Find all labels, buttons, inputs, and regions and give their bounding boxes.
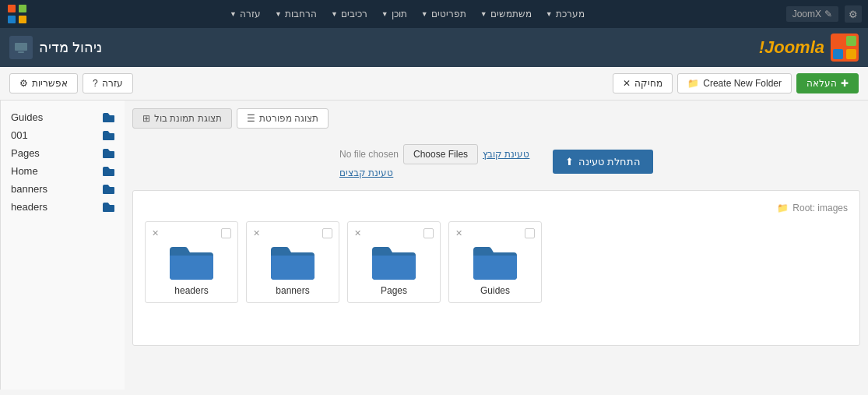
file-choose-area: טעינת קובץ Choose Files No file chosen (339, 144, 529, 164)
folder-controls: ✕ (253, 228, 332, 238)
page-title: ניהול מדיה (39, 39, 102, 56)
folder-checkbox[interactable] (525, 228, 535, 238)
folders-grid: ✕ headers ✕ (145, 221, 848, 303)
top-nav-menu: מערכת ▼ משתמשים ▼ תפריטים ▼ תוכן ▼ רכיבי… (223, 5, 590, 23)
joomla-x-logo (6, 3, 28, 25)
list-icon: ☰ (247, 113, 255, 124)
gear-icon: ⚙ (19, 78, 28, 89)
folder-name: Guides (480, 285, 510, 296)
choose-files-button[interactable]: Choose Files (403, 144, 478, 164)
upload-left: התחלת טעינה ⬆ (553, 150, 653, 174)
svg-rect-2 (8, 16, 16, 23)
no-file-text: No file chosen (339, 149, 399, 160)
tree-folder-icon (102, 112, 114, 122)
tree-item-001-left: 001 (11, 129, 28, 141)
folder-checkbox[interactable] (221, 228, 231, 238)
thumbnail-view-label: תצוגת תמונת בול (154, 113, 222, 124)
joomla-logo-icon (831, 34, 859, 62)
folder-checkbox[interactable] (322, 228, 332, 238)
nav-item-content-label: תוכן (392, 9, 407, 19)
svg-rect-10 (18, 51, 24, 53)
tree-item-001[interactable]: 001 (5, 126, 121, 144)
tree-folder-icon (102, 184, 114, 194)
tree-item-banners-left: banners (11, 183, 47, 195)
joomla-logo-text: Joomla! (759, 37, 824, 58)
main-content: תצוגה מפורטת ☰ תצוגת תמונת בול ⊞ התחלת ט… (0, 101, 868, 390)
tree-item-pages[interactable]: Pages (5, 144, 121, 162)
folder-checkbox[interactable] (423, 228, 434, 238)
tree-item-pages-left: Pages (11, 147, 40, 159)
folder-name: headers (174, 285, 208, 296)
nav-item-users-arrow: ▼ (480, 10, 487, 18)
options-button[interactable]: אפשריות ⚙ (9, 73, 78, 93)
folder-icon (269, 242, 316, 281)
folder-icon (472, 242, 518, 281)
nav-item-maarechet[interactable]: מערכת ▼ (539, 5, 591, 23)
upload-button[interactable]: ✚ העלאה (796, 73, 859, 93)
folder-item[interactable]: ✕ Guides (448, 221, 542, 303)
tree-folder-icon (102, 202, 114, 212)
page-title-bar: ניהול מדיה (9, 36, 102, 59)
tree-item-headers[interactable]: headers (5, 198, 121, 216)
folder-close-icon[interactable]: ✕ (152, 228, 159, 238)
start-upload-button[interactable]: התחלת טעינה ⬆ (553, 150, 653, 174)
help-button[interactable]: עזרה ? (83, 73, 133, 93)
tree-item-headers-left: headers (11, 201, 47, 213)
thumbnail-view-button[interactable]: תצוגת תמונת בול ⊞ (132, 108, 232, 129)
tree-item-home[interactable]: Home (5, 162, 121, 180)
tree-banners-label: banners (11, 183, 47, 195)
clear-label: מחיקה (634, 78, 662, 89)
tree-home-label: Home (11, 165, 38, 177)
folder-close-icon[interactable]: ✕ (253, 228, 260, 238)
folder-item[interactable]: ✕ headers (145, 221, 238, 303)
folder-item[interactable]: ✕ banners (246, 221, 339, 303)
nav-item-components[interactable]: רכיבים ▼ (325, 5, 374, 23)
folder-icon (371, 242, 417, 281)
nav-item-users-label: משתמשים (490, 9, 532, 19)
gear-settings-icon[interactable]: ⚙ (845, 5, 862, 23)
create-folder-label: Create New Folder (703, 78, 782, 89)
upload-button-label: העלאה (807, 78, 837, 89)
upload-files-link[interactable]: טעינת קבצים (339, 168, 393, 178)
files-container: 📁 Root: images ✕ header (132, 190, 860, 346)
folder-name: banners (276, 285, 309, 296)
plus-icon: ✚ (841, 78, 849, 89)
folder-close-icon[interactable]: ✕ (354, 228, 361, 238)
question-icon: ? (93, 78, 98, 89)
file-browser: תצוגה מפורטת ☰ תצוגת תמונת בול ⊞ התחלת ט… (125, 101, 868, 390)
nav-item-components-label: רכיבים (341, 9, 367, 19)
edit-tab[interactable]: ✎ JoomX (786, 6, 838, 22)
upload-right: טעינת קובץ Choose Files No file chosen ט… (339, 144, 529, 178)
x-icon: ✕ (623, 78, 631, 89)
nav-item-menus-arrow: ▼ (421, 10, 428, 18)
root-path-text: Root: images (792, 203, 848, 213)
nav-item-menus[interactable]: תפריטים ▼ (415, 5, 473, 23)
tree-item-guides[interactable]: Guides (5, 108, 121, 126)
folder-path-icon: 📁 (777, 203, 789, 213)
tree-item-banners[interactable]: banners (5, 180, 121, 198)
folder-item[interactable]: ✕ Pages (347, 221, 441, 303)
svg-rect-5 (846, 36, 856, 46)
nav-item-users[interactable]: משתמשים ▼ (474, 5, 538, 23)
create-folder-button[interactable]: Create New Folder 📁 (677, 73, 792, 93)
nav-item-content[interactable]: תוכן ▼ (375, 5, 413, 23)
nav-item-help[interactable]: עזרה ▼ (223, 5, 267, 23)
joomla-logo: Joomla! (759, 34, 859, 62)
edit-tab-icon: ✎ (824, 9, 832, 19)
toolbar-right: ✚ העלאה Create New Folder 📁 מחיקה ✕ (613, 73, 859, 93)
upload-file-link[interactable]: טעינת קובץ (483, 149, 529, 160)
tree-folder-icon (102, 130, 114, 140)
tree-guides-label: Guides (11, 111, 43, 123)
folder-icon-btn: 📁 (687, 78, 699, 89)
nav-item-content-arrow: ▼ (381, 10, 388, 18)
nav-item-extensions[interactable]: הרחבות ▼ (269, 5, 323, 23)
clear-button[interactable]: מחיקה ✕ (613, 73, 673, 93)
nav-item-maarechet-arrow: ▼ (546, 10, 553, 18)
root-label: 📁 Root: images (145, 203, 848, 213)
tree-headers-label: headers (11, 201, 47, 213)
start-upload-label: התחלת טעינה (578, 156, 641, 168)
folder-close-icon[interactable]: ✕ (455, 228, 462, 238)
grid-icon: ⊞ (142, 113, 150, 124)
folder-controls: ✕ (455, 228, 535, 238)
list-view-button[interactable]: תצוגה מפורטת ☰ (237, 108, 329, 129)
